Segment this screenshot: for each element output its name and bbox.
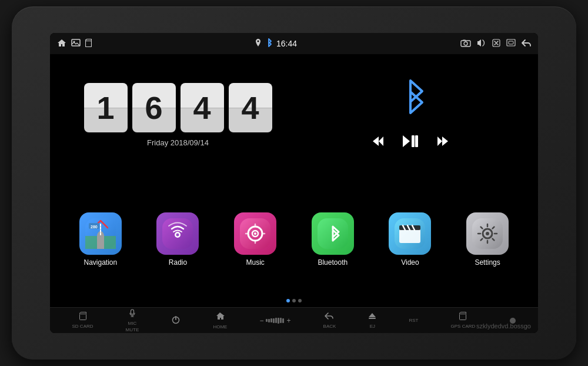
camera-icon [460,39,471,49]
svg-marker-9 [403,135,410,147]
sd-card-icon [79,312,86,322]
clock-date: Friday 2018/09/14 [147,138,209,147]
video-label: Video [401,258,419,267]
screen: 16:44 [50,33,538,333]
app-settings[interactable]: Settings [466,212,509,267]
app-video[interactable]: Video [389,212,431,267]
gps-card-label: GPS CARD [451,324,476,329]
eject-label: EJ [370,324,375,329]
svg-rect-7 [507,39,515,46]
gallery-icon [71,39,81,48]
location-icon [255,39,261,49]
page-dot-3[interactable] [298,299,302,302]
clock-min2: 4 [229,83,272,132]
media-area [294,64,526,166]
svg-rect-10 [412,135,415,147]
svg-point-22 [254,232,256,235]
svg-rect-34 [369,318,376,319]
mic-mute-button[interactable]: MIC MUTE [126,309,139,332]
status-center: 16:44 [255,38,297,49]
bluetooth-status-icon [266,38,272,49]
navigation-label: Navigation [83,258,117,267]
clock-min1: 4 [181,83,224,132]
mic-icon [129,309,135,320]
page-dots [286,299,302,302]
svg-rect-30 [79,314,86,320]
play-pause-button[interactable] [402,134,419,152]
bluetooth-large-icon [396,78,425,122]
clock-area: 1 6 4 4 Friday 2018/09/14 [62,64,294,166]
reset-label: RST [409,318,418,323]
settings-icon [466,212,509,255]
device-body: 16:44 [12,6,576,360]
settings-label: Settings [475,258,500,267]
status-left-icons [57,39,92,49]
home-hw-label: HOME [213,324,227,330]
close-icon[interactable] [492,39,500,49]
watermark: szklydedvd.bossgo [476,322,531,330]
main-content: 1 6 4 4 Friday 2018/09/14 [50,54,538,307]
app-navigation[interactable]: 280 Navigation [79,212,122,267]
app-bluetooth[interactable]: Bluetooth [312,212,354,267]
bluetooth-label: Bluetooth [318,258,348,267]
back-hw-icon [325,312,334,322]
svg-marker-33 [369,313,376,317]
svg-text:280: 280 [91,225,98,229]
bluetooth-app-icon [312,212,354,255]
status-right-icons [460,39,531,49]
back-hw-button[interactable]: BACK [323,312,336,329]
window-icon [506,39,516,48]
sd-card-label: SD CARD [72,324,93,329]
gps-card-icon [459,312,466,322]
svg-rect-11 [415,135,418,147]
home-hw-button[interactable]: HOME [213,311,227,330]
svg-rect-8 [509,41,513,44]
app-radio[interactable]: Radio [156,212,199,267]
eject-icon [368,312,376,322]
svg-point-3 [257,40,259,42]
clock-status: 16:44 [276,39,297,48]
hardware-bar: SD CARD MIC MUTE [50,307,538,333]
page-dot-1[interactable] [286,299,290,302]
radio-icon [156,212,199,255]
navigation-icon: 280 [79,212,122,255]
back-hw-label: BACK [323,324,336,329]
prev-button[interactable] [371,135,385,151]
power-icon [171,315,181,327]
home-icon [57,39,66,49]
media-controls [371,134,450,152]
reset-button[interactable]: RST [409,318,418,323]
svg-rect-2 [86,41,92,46]
home-hw-icon [215,311,225,323]
app-music[interactable]: Music [234,212,276,267]
svg-rect-25 [399,229,420,243]
svg-point-5 [464,42,467,45]
power-button[interactable] [171,315,181,327]
sd-card-button[interactable]: SD CARD [72,312,93,329]
clock-hour1: 1 [84,83,128,132]
volume-icon [477,39,486,49]
volume-bar: − + [259,317,290,325]
clock-digits: 1 6 4 4 [84,83,272,132]
sd-icon [85,39,92,49]
status-bar: 16:44 [50,33,538,54]
music-icon [234,212,276,255]
svg-point-18 [176,234,179,237]
mute-label: MUTE [126,327,139,332]
video-icon [389,212,431,255]
svg-rect-35 [460,314,466,320]
svg-point-29 [486,232,489,235]
page-dot-2[interactable] [292,299,296,302]
radio-label: Radio [169,258,187,267]
eject-button[interactable]: EJ [368,312,376,329]
gps-card-button[interactable]: GPS CARD [451,312,476,329]
svg-rect-31 [131,310,133,314]
back-icon[interactable] [522,39,531,49]
volume-control[interactable]: − + [259,317,290,325]
mic-label: MIC [128,321,137,326]
next-button[interactable] [436,135,450,151]
app-grid: 280 Navigation [50,172,538,307]
clock-hour2: 6 [132,83,176,132]
music-label: Music [246,258,264,267]
top-section: 1 6 4 4 Friday 2018/09/14 [50,54,538,172]
